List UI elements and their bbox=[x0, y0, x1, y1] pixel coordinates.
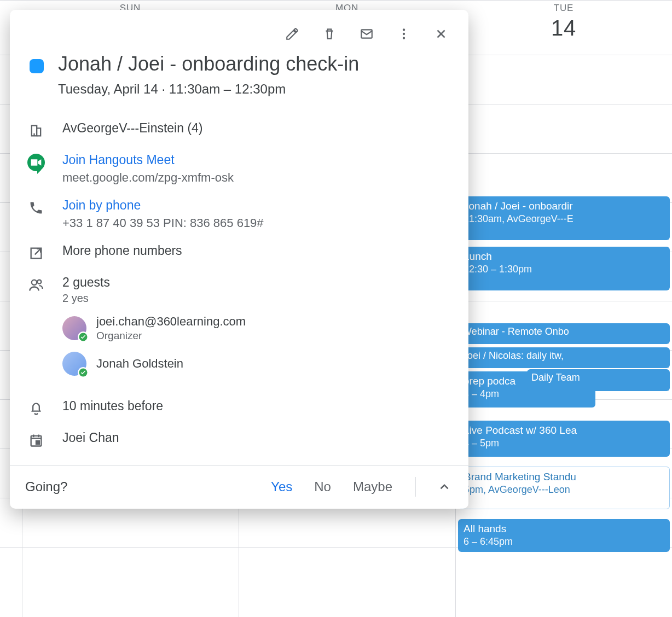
guest-role: Organizer bbox=[96, 330, 246, 342]
guests-yes: 2 yes bbox=[62, 292, 246, 305]
card-actions bbox=[25, 20, 453, 53]
hangouts-icon bbox=[27, 154, 45, 171]
guest-row[interactable]: Jonah Goldstein bbox=[62, 352, 246, 376]
day-header-tue: TUE 14 bbox=[455, 1, 672, 55]
avatar bbox=[62, 352, 86, 376]
svg-rect-11 bbox=[36, 441, 39, 445]
avatar bbox=[62, 316, 86, 340]
event-daily-itw[interactable]: Joei / Nicolas: daily itw, bbox=[458, 347, 670, 368]
guest-name: Jonah Goldstein bbox=[96, 357, 183, 371]
day-col-tue[interactable]: Jonah / Joei - onboardir 11:30am, AvGeor… bbox=[455, 55, 672, 617]
edit-icon[interactable] bbox=[283, 25, 301, 43]
guest-name: joei.chan@360learning.com bbox=[96, 315, 246, 329]
event-lunch[interactable]: Lunch 12:30 – 1:30pm bbox=[458, 247, 670, 290]
phone-number: +33 1 87 40 39 53 PIN: 836 865 619# bbox=[62, 216, 264, 230]
event-color-chip bbox=[30, 59, 44, 73]
event-brand-standup[interactable]: Brand Marketing Standu 5pm, AvGeorgeV---… bbox=[458, 467, 670, 509]
guest-row[interactable]: joei.chan@360learning.com Organizer bbox=[62, 315, 246, 342]
svg-point-6 bbox=[32, 280, 37, 285]
rsvp-check-icon bbox=[78, 331, 89, 342]
event-webinar[interactable]: Webinar - Remote Onbo bbox=[458, 323, 670, 344]
phone-icon bbox=[27, 199, 45, 217]
guests-icon bbox=[27, 276, 45, 294]
meet-url: meet.google.com/zpg-xmfm-osk bbox=[62, 171, 234, 185]
rsvp-maybe[interactable]: Maybe bbox=[350, 477, 396, 497]
going-label: Going? bbox=[25, 479, 252, 494]
rsvp-no[interactable]: No bbox=[311, 477, 334, 497]
event-title: Jonah / Joei - onboarding check-in bbox=[58, 53, 359, 75]
email-icon[interactable] bbox=[358, 25, 375, 43]
event-detail-card: Jonah / Joei - onboarding check-in Tuesd… bbox=[10, 10, 468, 509]
more-options-icon[interactable] bbox=[395, 25, 413, 43]
calendar-icon bbox=[27, 432, 45, 449]
join-meet-link[interactable]: Join Hangouts Meet bbox=[62, 153, 234, 167]
bell-icon bbox=[27, 400, 45, 417]
svg-point-1 bbox=[403, 28, 405, 31]
svg-point-3 bbox=[403, 37, 405, 39]
rsvp-check-icon bbox=[78, 367, 89, 378]
guests-count: 2 guests bbox=[62, 275, 246, 290]
svg-point-7 bbox=[37, 280, 41, 284]
event-daily-team[interactable]: Daily Team bbox=[527, 369, 670, 391]
calendar-owner: Joei Chan bbox=[62, 430, 119, 445]
join-phone-link[interactable]: Join by phone bbox=[62, 198, 264, 213]
more-phone-numbers[interactable]: More phone numbers bbox=[62, 243, 182, 258]
svg-point-2 bbox=[403, 33, 405, 35]
event-location[interactable]: AvGeorgeV---Einstein (4) bbox=[62, 121, 203, 136]
delete-icon[interactable] bbox=[321, 25, 338, 43]
event-reminder[interactable]: 10 minutes before bbox=[62, 399, 163, 414]
external-link-icon bbox=[27, 245, 45, 262]
rsvp-footer: Going? Yes No Maybe bbox=[10, 465, 468, 509]
event-onboarding[interactable]: Jonah / Joei - onboardir 11:30am, AvGeor… bbox=[458, 196, 670, 240]
event-live-podcast[interactable]: Live Podcast w/ 360 Lea 4 – 5pm bbox=[458, 421, 670, 457]
event-datetime: Tuesday, April 14 · 11:30am – 12:30pm bbox=[58, 82, 359, 97]
close-icon[interactable] bbox=[432, 25, 450, 43]
chevron-up-icon[interactable] bbox=[436, 478, 453, 496]
rsvp-yes[interactable]: Yes bbox=[268, 477, 296, 497]
event-all-hands[interactable]: All hands 6 – 6:45pm bbox=[458, 519, 670, 552]
location-icon bbox=[27, 122, 45, 139]
tue-date-number: 14 bbox=[455, 16, 672, 40]
